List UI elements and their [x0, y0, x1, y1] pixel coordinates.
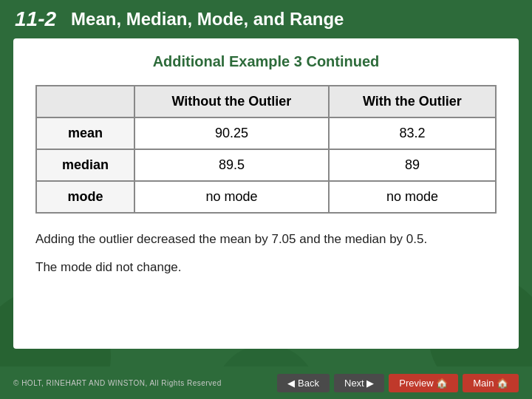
copyright-text: © HOLT, RINEHART AND WINSTON, All Rights… [13, 379, 222, 387]
row-with-value: 89 [329, 149, 496, 181]
row-without-value: no mode [134, 181, 329, 213]
table-row: modeno modeno mode [36, 181, 496, 213]
lesson-number: 11-2 [15, 7, 56, 31]
analysis-text-2: The mode did not change. [35, 258, 497, 277]
row-without-value: 90.25 [134, 117, 329, 149]
header: 11-2 Mean, Median, Mode, and Range [0, 0, 532, 38]
content-area: Additional Example 3 Continued Without t… [13, 38, 519, 349]
row-with-value: 83.2 [329, 117, 496, 149]
row-with-value: no mode [329, 181, 496, 213]
col-with-header: With the Outlier [329, 86, 496, 117]
data-table: Without the Outlier With the Outlier mea… [35, 85, 497, 214]
col-without-header: Without the Outlier [134, 86, 329, 117]
row-without-value: 89.5 [134, 149, 329, 181]
nav-bar: © HOLT, RINEHART AND WINSTON, All Rights… [0, 366, 532, 399]
row-label: median [36, 149, 134, 181]
back-button[interactable]: ◀ Back [277, 374, 330, 392]
lesson-title: Mean, Median, Mode, and Range [71, 9, 344, 30]
row-label: mode [36, 181, 134, 213]
example-title: Additional Example 3 Continued [35, 53, 497, 70]
nav-buttons: ◀ Back Next ▶ Preview 🏠 Main 🏠 [277, 374, 519, 392]
next-button[interactable]: Next ▶ [334, 374, 384, 392]
main-button[interactable]: Main 🏠 [463, 374, 519, 392]
preview-button[interactable]: Preview 🏠 [389, 374, 458, 392]
col-empty-header [36, 86, 134, 117]
row-label: mean [36, 117, 134, 149]
analysis-text-1: Adding the outlier decreased the mean by… [35, 230, 497, 249]
table-row: mean90.2583.2 [36, 117, 496, 149]
table-row: median89.589 [36, 149, 496, 181]
